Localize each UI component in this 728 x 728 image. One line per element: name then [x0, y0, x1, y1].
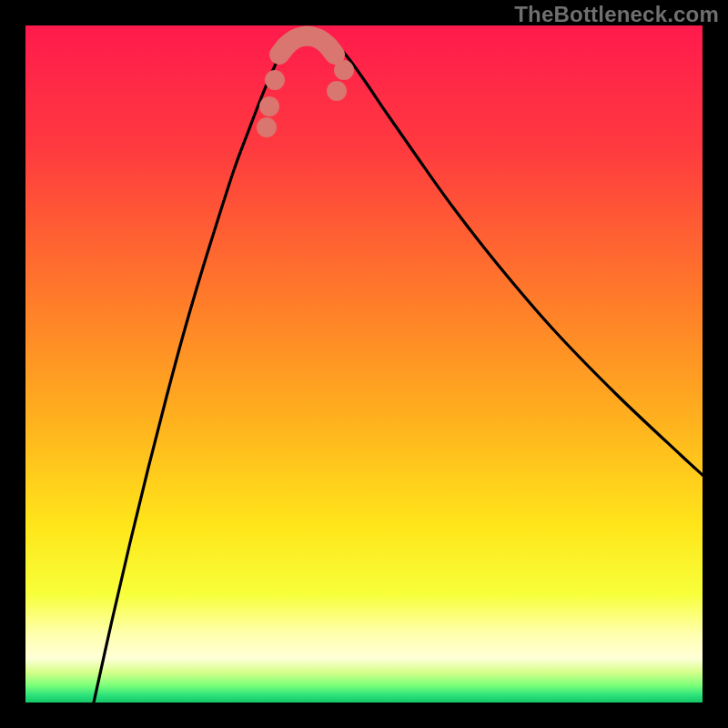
highlight-dot [257, 117, 277, 137]
bottleneck-curve [25, 25, 703, 703]
outer-frame: TheBottleneck.com [0, 0, 728, 728]
watermark-text: TheBottleneck.com [514, 2, 719, 27]
curve-path [94, 31, 703, 703]
highlight-dot [334, 60, 354, 80]
highlight-dot [327, 81, 347, 101]
trough-band [279, 36, 335, 55]
plot-area [25, 25, 703, 703]
highlight-dot [259, 96, 279, 116]
highlight-dot [265, 70, 285, 90]
